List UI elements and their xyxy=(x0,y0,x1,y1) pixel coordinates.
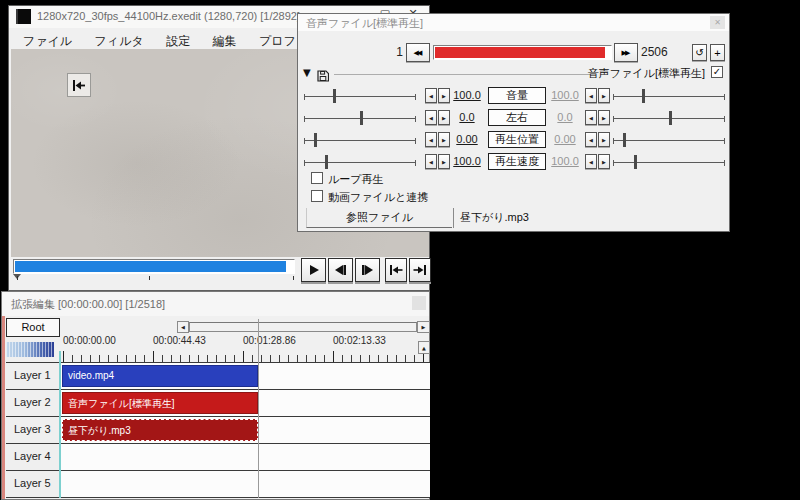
layer-4-header[interactable]: Layer 4 xyxy=(6,444,60,470)
go-to-end-button[interactable] xyxy=(409,258,431,282)
object-start-frame: 1 xyxy=(371,45,403,59)
dialog-titlebar[interactable]: 音声ファイル[標準再生] ✕ xyxy=(298,14,729,31)
position-slider-right[interactable] xyxy=(613,133,725,147)
pan-start-value[interactable]: 0.0 xyxy=(450,111,484,123)
hscroll-right-button[interactable]: ▶ xyxy=(417,321,430,333)
spin-up-button[interactable]: ▶ xyxy=(438,88,450,103)
layer-5-header[interactable]: Layer 5 xyxy=(6,471,60,497)
link-video-file-checkbox[interactable] xyxy=(311,190,323,202)
speed-slider-right[interactable] xyxy=(613,155,725,169)
spin-down-button[interactable]: ◀ xyxy=(585,88,597,103)
layer-1-header[interactable]: Layer 1 xyxy=(6,363,60,389)
speed-param-button[interactable]: 再生速度 xyxy=(488,153,546,170)
speed-start-value[interactable]: 100.0 xyxy=(450,155,484,167)
reference-file-button[interactable]: 参照ファイル xyxy=(306,208,452,228)
next-frame-button[interactable] xyxy=(355,258,380,282)
go-to-start-button[interactable] xyxy=(385,258,407,282)
loop-playback-label[interactable]: ループ再生 xyxy=(328,172,384,187)
spin-down-button[interactable]: ◀ xyxy=(425,154,437,169)
save-preset-icon[interactable] xyxy=(317,68,329,86)
fast-rewind-icon: ◀◀ xyxy=(414,49,421,57)
param-row-pan: ◀ ▶ 0.0 左右 0.0 ◀ ▶ xyxy=(298,107,731,129)
speed-slider-left[interactable] xyxy=(304,155,416,169)
pan-slider-left[interactable] xyxy=(304,111,416,125)
spin-up-button[interactable]: ▶ xyxy=(438,154,450,169)
audio-settings-dialog: 音声ファイル[標準再生] ✕ 1 ◀◀ ▶▶ 2506 ↺ + ▼ 音声ファイル… xyxy=(297,13,730,232)
menu-item-edit[interactable]: 編集 xyxy=(204,33,246,50)
spin-down-button[interactable]: ◀ xyxy=(425,88,437,103)
seekbar[interactable] xyxy=(13,259,295,274)
spin-up-button[interactable]: ▶ xyxy=(438,132,450,147)
pan-end-value[interactable]: 0.0 xyxy=(548,111,582,123)
timeline-cursor[interactable] xyxy=(59,351,61,498)
slider-thumb[interactable] xyxy=(314,133,317,147)
timeline-row[interactable]: Layer 2 音声ファイル[標準再生] xyxy=(6,390,430,417)
slider-thumb[interactable] xyxy=(642,89,645,103)
menu-item-file[interactable]: ファイル xyxy=(14,33,81,50)
chevron-down-icon[interactable]: ▼ xyxy=(303,67,311,78)
volume-param-button[interactable]: 音量 xyxy=(488,87,546,104)
effect-enabled-checkbox[interactable]: ✓ xyxy=(711,66,723,78)
position-end-value[interactable]: 0.00 xyxy=(548,133,582,145)
slider-thumb[interactable] xyxy=(333,89,336,103)
slider-thumb[interactable] xyxy=(360,111,363,125)
object-video-mp4[interactable]: video.mp4 xyxy=(62,365,258,387)
timeline-row[interactable]: Layer 1 video.mp4 xyxy=(6,363,430,390)
ruler-label: 00:00:44.43 xyxy=(153,335,206,346)
volume-slider-left[interactable] xyxy=(304,89,416,103)
slider-thumb[interactable] xyxy=(634,155,637,169)
fast-rewind-button[interactable]: ◀◀ xyxy=(406,43,430,62)
menu-item-settings[interactable]: 設定 xyxy=(157,33,199,50)
spin-down-button[interactable]: ◀ xyxy=(425,110,437,125)
root-scene-button[interactable]: Root xyxy=(6,318,60,337)
add-filter-button[interactable]: + xyxy=(710,44,725,61)
speed-end-value[interactable]: 100.0 xyxy=(548,155,582,167)
spin-up-button[interactable]: ▶ xyxy=(598,154,610,169)
spin-down-button[interactable]: ◀ xyxy=(585,132,597,147)
object-audio-file[interactable]: 音声ファイル[標準再生] xyxy=(62,392,258,414)
position-slider-left[interactable] xyxy=(304,133,416,147)
volume-start-value[interactable]: 100.0 xyxy=(450,89,484,101)
spin-right-icon: ▶ xyxy=(602,115,606,121)
menu-item-filter[interactable]: フィルタ xyxy=(86,33,153,50)
link-video-file-label[interactable]: 動画ファイルと連携 xyxy=(328,190,428,205)
close-icon[interactable] xyxy=(412,296,426,310)
spin-up-button[interactable]: ▶ xyxy=(598,88,610,103)
hscrollbar[interactable] xyxy=(189,322,417,332)
ruler-major-tick xyxy=(63,351,64,362)
vscroll-up-button[interactable]: ▲ xyxy=(418,341,430,354)
hscroll-left-button[interactable]: ◀ xyxy=(177,321,189,333)
zoom-gauge[interactable] xyxy=(6,342,54,357)
spin-down-button[interactable]: ◀ xyxy=(585,110,597,125)
refresh-button[interactable]: ↺ xyxy=(692,44,707,61)
layer-3-header[interactable]: Layer 3 xyxy=(6,417,60,443)
pan-slider-right[interactable] xyxy=(613,111,725,125)
slider-thumb[interactable] xyxy=(669,111,672,125)
slider-thumb[interactable] xyxy=(623,133,626,147)
position-param-button[interactable]: 再生位置 xyxy=(488,131,546,148)
spin-up-button[interactable]: ▶ xyxy=(598,132,610,147)
spin-up-button[interactable]: ▶ xyxy=(438,110,450,125)
prev-frame-button[interactable] xyxy=(328,258,353,282)
spin-down-button[interactable]: ◀ xyxy=(585,154,597,169)
fast-forward-button[interactable]: ▶▶ xyxy=(614,43,638,62)
position-start-value[interactable]: 0.00 xyxy=(450,133,484,145)
loop-playback-checkbox[interactable] xyxy=(311,172,323,184)
timeline-titlebar[interactable]: 拡張編集 [00:00:00.00] [1/2518] xyxy=(2,292,429,316)
object-mp3-selected[interactable]: 昼下がり.mp3 xyxy=(62,419,258,441)
play-button[interactable] xyxy=(301,258,326,282)
timeline-row[interactable]: Layer 3 昼下がり.mp3 xyxy=(6,417,430,444)
volume-slider-right[interactable] xyxy=(613,89,725,103)
volume-end-value[interactable]: 100.0 xyxy=(548,89,582,101)
timeline-row[interactable]: Layer 4 xyxy=(6,444,430,471)
object-range-bar[interactable] xyxy=(433,45,612,60)
slider-thumb[interactable] xyxy=(325,155,328,169)
spin-up-button[interactable]: ▶ xyxy=(598,110,610,125)
spin-down-button[interactable]: ◀ xyxy=(425,132,437,147)
timeline-row[interactable]: Layer 5 xyxy=(6,471,430,498)
object-end-frame: 2506 xyxy=(641,45,668,59)
ruler-label: 00:00:00.00 xyxy=(63,335,116,346)
layer-2-header[interactable]: Layer 2 xyxy=(6,390,60,416)
close-icon[interactable]: ✕ xyxy=(710,16,725,29)
pan-param-button[interactable]: 左右 xyxy=(488,109,546,126)
